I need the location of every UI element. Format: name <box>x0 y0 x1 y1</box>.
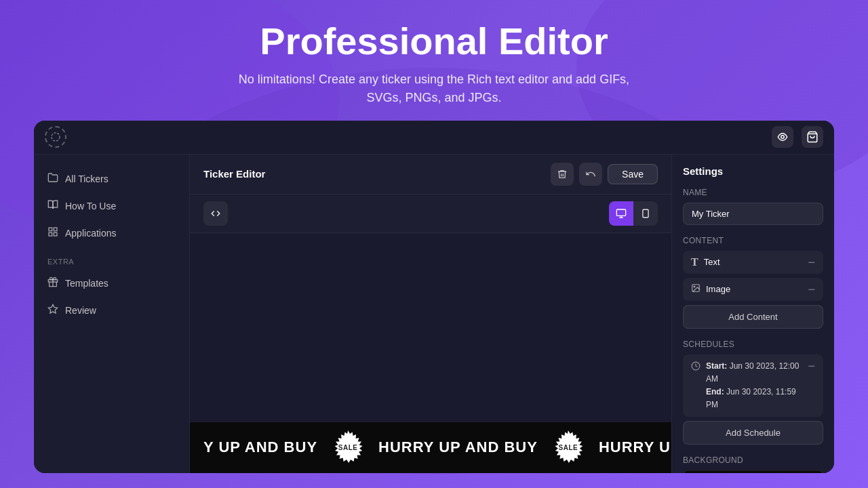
text-content-icon: T <box>691 256 698 268</box>
save-button[interactable]: Save <box>608 164 658 184</box>
schedule-text: Start: Jun 30 2023, 12:00 AM End: Jun 30… <box>706 360 808 412</box>
sidebar: All Tickers How To Use <box>34 155 190 473</box>
settings-title: Settings <box>683 165 823 177</box>
app-body: All Tickers How To Use <box>34 155 834 473</box>
svg-rect-7 <box>54 228 57 231</box>
content-item-text-label: Text <box>704 257 720 267</box>
extra-section-label: Extra <box>34 247 189 270</box>
ticker-text-1: Y UP AND BUY <box>190 439 331 456</box>
svg-rect-16 <box>643 209 648 218</box>
settings-background-section: Background <box>683 455 823 472</box>
svg-point-4 <box>781 136 785 139</box>
cart-icon-button[interactable] <box>802 126 823 148</box>
svg-rect-9 <box>54 232 57 236</box>
book-icon <box>47 199 58 213</box>
editor-actions: Save <box>551 163 658 186</box>
schedule-end-label: End: <box>706 387 724 396</box>
sidebar-item-all-tickers[interactable]: All Tickers <box>34 165 189 192</box>
desktop-view-button[interactable] <box>609 201 633 226</box>
remove-schedule-button[interactable]: − <box>808 360 815 372</box>
sale-text-2: SALE <box>559 444 578 451</box>
editor-toolbar <box>190 195 671 233</box>
add-content-button[interactable]: Add Content <box>683 305 823 329</box>
undo-button[interactable] <box>579 163 602 186</box>
gift-icon <box>47 277 58 290</box>
sidebar-label-applications: Applications <box>65 228 117 239</box>
settings-content-section: Content T Text − <box>683 236 823 329</box>
background-label: Background <box>683 455 823 465</box>
settings-schedules-section: Schedules Start: Jun 30 2023, 12 <box>683 340 823 445</box>
svg-marker-12 <box>48 304 57 313</box>
sidebar-item-how-to-use[interactable]: How To Use <box>34 192 189 220</box>
sidebar-label-all-tickers: All Tickers <box>65 174 108 184</box>
sidebar-label-review: Review <box>65 305 96 316</box>
app-container: All Tickers How To Use <box>34 121 834 473</box>
sale-badge-2: SALE <box>551 430 585 464</box>
sidebar-label-templates: Templates <box>65 278 108 289</box>
sidebar-item-templates[interactable]: Templates <box>34 270 189 297</box>
settings-panel: Settings Name Content T Text <box>671 155 834 473</box>
view-toggle-group <box>609 201 658 226</box>
delete-button[interactable] <box>551 163 574 186</box>
app-logo <box>45 126 66 148</box>
content-item-image-label: Image <box>706 284 730 294</box>
schedule-start-label: Start: <box>706 361 727 371</box>
ticker-preview: Y UP AND BUY SALE HURRY UP AND BUY SALE … <box>190 422 671 473</box>
schedules-label: Schedules <box>683 340 823 349</box>
svg-rect-8 <box>49 232 52 236</box>
content-item-text-left: T Text <box>691 256 720 268</box>
code-view-button[interactable] <box>203 201 228 226</box>
hero-section: Professional Editor No limitations! Crea… <box>0 0 868 121</box>
top-bar <box>34 121 834 155</box>
sale-text-1: SALE <box>338 444 358 451</box>
main-editor: Ticker Editor <box>190 155 671 473</box>
ticker-track: Y UP AND BUY SALE HURRY UP AND BUY SALE … <box>190 430 671 464</box>
svg-point-3 <box>52 133 60 141</box>
editor-header: Ticker Editor <box>190 155 671 195</box>
background-color-preview[interactable] <box>683 470 823 472</box>
sidebar-label-how-to-use: How To Use <box>65 201 116 211</box>
sidebar-item-review[interactable]: Review <box>34 297 189 324</box>
folder-icon <box>47 172 58 186</box>
content-item-image-left: Image <box>691 283 730 295</box>
schedule-item-left: Start: Jun 30 2023, 12:00 AM End: Jun 30… <box>691 360 808 412</box>
sidebar-item-applications[interactable]: Applications <box>34 220 189 247</box>
clock-icon <box>691 361 701 373</box>
grid-icon <box>47 226 58 240</box>
image-content-icon <box>691 283 701 295</box>
preview-icon-button[interactable] <box>772 126 793 148</box>
mobile-view-button[interactable] <box>633 201 658 226</box>
content-item-image: Image − <box>683 278 823 301</box>
star-icon <box>47 304 58 317</box>
remove-text-button[interactable]: − <box>808 256 815 268</box>
svg-point-19 <box>694 286 695 287</box>
schedule-item: Start: Jun 30 2023, 12:00 AM End: Jun 30… <box>683 354 823 418</box>
content-label: Content <box>683 236 823 245</box>
name-label: Name <box>683 188 823 197</box>
ticker-name-input[interactable] <box>683 203 823 225</box>
editor-title: Ticker Editor <box>203 168 265 180</box>
editor-canvas: Y UP AND BUY SALE HURRY UP AND BUY SALE … <box>190 233 671 473</box>
hero-subtitle: No limitations! Create any ticker using … <box>231 70 637 107</box>
content-item-text: T Text − <box>683 251 823 274</box>
hero-title: Professional Editor <box>14 20 854 62</box>
svg-rect-6 <box>49 228 52 231</box>
remove-image-button[interactable]: − <box>808 283 815 296</box>
ticker-text-3: HURRY UP AND BUY <box>585 439 671 456</box>
ticker-text-2: HURRY UP AND BUY <box>365 439 551 456</box>
sale-badge-1: SALE <box>331 430 365 464</box>
top-bar-actions <box>772 126 823 148</box>
settings-name-section: Name <box>683 188 823 225</box>
add-schedule-button[interactable]: Add Schedule <box>683 421 823 445</box>
svg-rect-13 <box>616 209 625 216</box>
